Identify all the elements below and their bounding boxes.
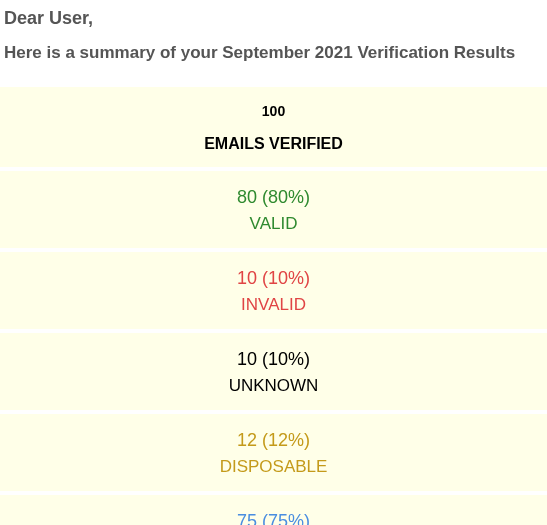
total-label: EMAILS VERIFIED (0, 135, 547, 153)
disposable-value: 12 (12%) (0, 430, 547, 451)
greeting-text: Dear User, (0, 0, 547, 43)
valid-block: 80 (80%) VALID (0, 171, 547, 248)
total-value: 100 (0, 103, 547, 119)
invalid-label: INVALID (0, 295, 547, 315)
summary-line: Here is a summary of your September 2021… (0, 43, 547, 87)
unknown-label: UNKNOWN (0, 376, 547, 396)
unknown-value: 10 (10%) (0, 349, 547, 370)
professional-block: 75 (75%) PROFESSIONAL (0, 495, 547, 525)
invalid-value: 10 (10%) (0, 268, 547, 289)
disposable-block: 12 (12%) DISPOSABLE (0, 414, 547, 491)
professional-value: 75 (75%) (0, 511, 547, 525)
total-block: 100 EMAILS VERIFIED (0, 87, 547, 167)
disposable-label: DISPOSABLE (0, 457, 547, 477)
valid-value: 80 (80%) (0, 187, 547, 208)
unknown-block: 10 (10%) UNKNOWN (0, 333, 547, 410)
valid-label: VALID (0, 214, 547, 234)
invalid-block: 10 (10%) INVALID (0, 252, 547, 329)
